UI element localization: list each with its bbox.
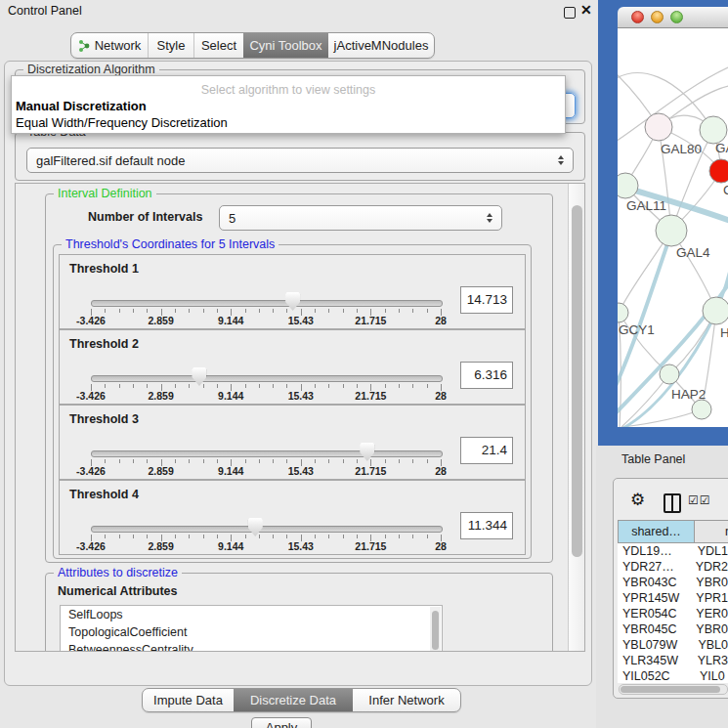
slider-tick <box>259 384 260 388</box>
table-row[interactable]: YBR043CYBR0 <box>618 575 728 590</box>
slider-tick <box>427 535 428 538</box>
slider-tick-label: 2.859 <box>148 315 173 326</box>
attribute-item[interactable]: SelfLoops <box>61 606 442 623</box>
threshold-value-field[interactable]: 21.4 <box>460 437 513 464</box>
tab-discretize-data[interactable]: Discretize Data <box>234 689 353 711</box>
zoom-traffic-light-icon[interactable] <box>670 11 683 23</box>
threshold-value-field[interactable]: 14.713 <box>460 286 513 314</box>
slider-thumb[interactable] <box>248 518 263 536</box>
threshold-value-field[interactable]: 11.344 <box>460 512 513 539</box>
network-icon <box>78 38 90 53</box>
table-row[interactable]: YBL079WYBL0 <box>618 637 728 653</box>
table-cell: YDR2 <box>692 559 728 575</box>
top-tab-bar: NetworkStyleSelectCyni ToolboxjActiveMNo… <box>70 32 435 59</box>
slider-tick-label: -3.426 <box>76 465 106 477</box>
table-cell: YDL1 <box>694 543 728 559</box>
attributes-group-label: Attributes to discretize <box>54 566 182 579</box>
slider-tick <box>119 384 120 388</box>
network-node[interactable] <box>656 215 687 246</box>
table-row[interactable]: YDL19…YDL1 <box>618 543 728 559</box>
slider-tick <box>385 535 386 538</box>
slider-tick <box>147 384 148 388</box>
network-canvas[interactable]: GAL80GACGAL11GAL4GCY1HHAP2 <box>618 28 728 427</box>
table-column-header[interactable]: n <box>695 520 728 543</box>
table-row[interactable]: YBR045CYBR0 <box>618 621 728 637</box>
tab-label: Select <box>201 38 236 53</box>
slider-tick-label: 15.43 <box>288 465 314 477</box>
network-window-titlebar[interactable] <box>618 7 728 28</box>
table-cell: YDR27… <box>618 559 692 575</box>
network-node[interactable] <box>692 400 711 419</box>
slider-track[interactable] <box>91 450 443 457</box>
tab-cyni-toolbox[interactable]: Cyni Toolbox <box>243 33 328 58</box>
table-row[interactable]: YER054CYER0 <box>618 606 728 621</box>
close-traffic-light-icon[interactable] <box>631 11 644 23</box>
slider-tick <box>427 459 428 463</box>
slider-tick <box>203 535 204 538</box>
slider-tick-label: 9.144 <box>218 465 243 477</box>
slider-tick <box>245 309 246 313</box>
scrollbar-thumb[interactable] <box>572 205 582 557</box>
algorithm-option-manual[interactable]: Manual Discretization <box>16 99 147 113</box>
scrollbar-thumb[interactable] <box>621 686 720 693</box>
table-data-combo[interactable]: galFiltered.sif default node <box>26 148 574 173</box>
table-column-header[interactable]: shared… <box>618 520 695 543</box>
table-row[interactable]: YIL052CYIL0 <box>618 668 728 683</box>
network-node[interactable] <box>703 297 728 324</box>
tab-jactivemnodules[interactable]: jActiveMNodules <box>328 33 434 58</box>
app-root: Control Panel ✕ NetworkStyleSelectCyni T… <box>0 0 728 728</box>
attributes-list-scrollbar[interactable] <box>430 607 441 652</box>
node-label: GAL4 <box>676 245 710 260</box>
table-row[interactable]: YLR345WYLR3 <box>618 653 728 668</box>
close-icon[interactable]: ✕ <box>580 2 592 18</box>
slider-thumb[interactable] <box>360 443 374 461</box>
numerical-attributes-list[interactable]: SelfLoopsTopologicalCoefficientBetweenne… <box>60 605 443 652</box>
slider-tick <box>286 459 287 463</box>
tab-select[interactable]: Select <box>193 33 243 58</box>
network-node[interactable] <box>618 303 628 322</box>
table-row[interactable]: YDR27…YDR2 <box>618 559 728 575</box>
tab-impute-data[interactable]: Impute Data <box>143 689 234 711</box>
slider-tick-label: 28 <box>435 390 447 402</box>
slider-track[interactable] <box>91 526 443 533</box>
threshold-value-field[interactable]: 6.316 <box>460 362 513 389</box>
tab-infer-network[interactable]: Infer Network <box>353 689 460 711</box>
column-checkbox-icons[interactable]: ☑☑ <box>688 493 711 507</box>
attribute-item[interactable]: BetweennessCentrality <box>61 641 442 652</box>
slider-thumb[interactable] <box>192 367 206 386</box>
slider-tick <box>133 384 134 388</box>
node-label: H <box>720 325 728 340</box>
apply-button[interactable]: Apply <box>251 717 312 728</box>
tab-label: Infer Network <box>368 693 444 707</box>
bottom-tab-bar: Impute DataDiscretize DataInfer Network <box>142 688 461 712</box>
algorithm-option-equal-width[interactable]: Equal Width/Frequency Discretization <box>16 115 228 130</box>
split-columns-icon[interactable] <box>664 493 681 513</box>
slider-track[interactable] <box>91 300 443 307</box>
network-node[interactable] <box>700 116 727 144</box>
slider-tick-label: 15.43 <box>288 390 314 402</box>
network-node[interactable] <box>660 364 679 384</box>
settings-vertical-scrollbar[interactable] <box>568 184 585 651</box>
minimize-traffic-light-icon[interactable] <box>651 11 664 23</box>
slider-tick <box>203 384 204 388</box>
gear-icon[interactable]: ⚙ <box>630 490 645 510</box>
tab-style[interactable]: Style <box>148 33 193 58</box>
table-cell: YER054C <box>618 606 692 621</box>
slider-track[interactable] <box>91 375 443 382</box>
tab-network[interactable]: Network <box>71 33 148 58</box>
slider-tick <box>385 309 386 313</box>
slider-tick <box>189 309 190 313</box>
attribute-item[interactable]: TopologicalCoefficient <box>61 623 442 641</box>
float-panel-icon[interactable] <box>564 7 576 19</box>
slider-tick <box>399 459 400 463</box>
table-cell: YIL0 <box>696 668 725 683</box>
number-of-intervals-combo[interactable]: 5 <box>219 205 502 231</box>
tab-label: Discretize Data <box>250 693 336 707</box>
slider-tick-label: 28 <box>435 540 447 552</box>
slider-tick <box>217 535 218 538</box>
slider-tick <box>175 459 176 463</box>
network-node[interactable] <box>645 113 672 141</box>
network-node[interactable] <box>709 159 728 183</box>
table-row[interactable]: YPR145WYPR1 <box>618 590 728 606</box>
network-node[interactable] <box>618 173 638 198</box>
